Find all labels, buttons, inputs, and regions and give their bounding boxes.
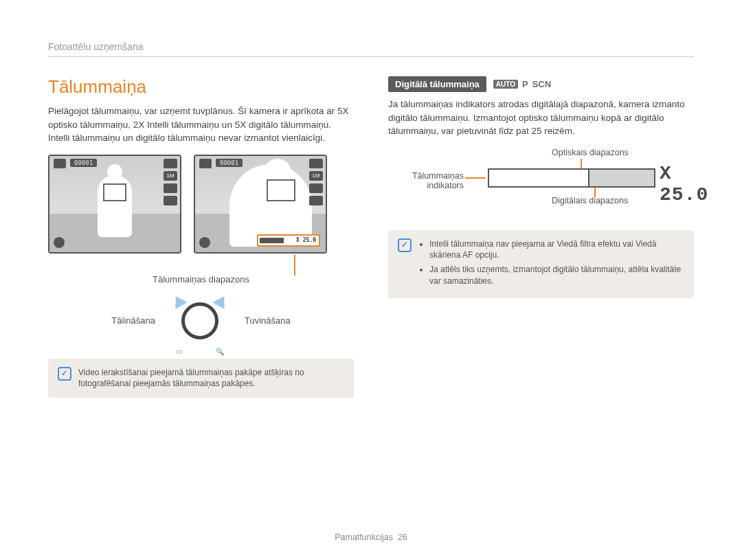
note-item: Intelli tālummaiņa nav pieejama ar Viedā… [429,238,684,262]
note-box-right: ✓ Intelli tālummaiņa nav pieejama ar Vie… [388,230,694,298]
zoom-range-caption: Tālummaiņas diapazons [48,274,354,284]
optical-segment [489,170,589,186]
zoom-bar: X 25.0 [257,234,320,247]
breadcrumb: Fotoattēlu uzņemšana [48,41,694,57]
right-body-text: Ja tālummaiņas indikators atrodas digitā… [388,98,694,138]
zoom-ring-icon: ▭ 🔍 [176,297,224,345]
camera-mode-icon [54,159,66,168]
camera-preview-tele: 00001 1M X 25.0 [194,155,327,254]
zoom-indicator-label: Tālummaiņas indikators [388,171,464,190]
wide-icon: ▭ [176,348,182,355]
note-icon: ✓ [398,238,412,252]
note-item: Ja attēls tiks uzņemts, izmantojot digit… [429,264,684,287]
note-icon: ✓ [58,367,71,381]
callout-leader [465,177,486,179]
stabilization-icon [54,237,65,248]
setting-icon [164,196,177,205]
resolution-icon: 1M [164,171,177,181]
intro-paragraph: Pielāgojot tālummaiņu, var uzņemt tuvplā… [48,104,354,145]
af-box-icon [103,183,126,201]
auto-mode-icon: AUTO [493,80,518,89]
zoom-out-label: Tālināšana [111,315,155,326]
stabilization-icon [199,237,210,248]
note-text: Video ierakstīšanai pieejamā tālummaiņas… [78,367,344,390]
page-title: Tālummaiņa [48,76,354,98]
callout-leader [594,186,596,197]
right-column: Digitālā tālummaiņa AUTO P SCN Ja tālumm… [388,76,694,398]
p-mode-icon: P [522,79,528,89]
battery-icon [164,159,177,168]
zoom-diagram: Optiskais diapazons Tālummaiņas indikato… [388,148,694,216]
left-column: Tālummaiņa Pielāgojot tālummaiņu, var uz… [48,76,354,398]
frame-counter: 00001 [70,159,97,167]
optical-range-label: Optiskais diapazons [552,148,629,157]
footer-section: Pamatfunkcijas [335,533,393,542]
zoom-bar-value: X 25.0 [296,237,316,243]
camera-preview-row: 00001 1M 00001 [48,155,354,254]
battery-icon [309,159,323,168]
resolution-icon: 1M [309,171,323,181]
callout-leader [294,255,295,276]
footer-page-number: 26 [398,533,407,542]
page-footer: Pamatfunkcijas 26 [0,533,742,542]
digital-range-label: Digitālais diapazons [552,196,628,205]
note-box-left: ✓ Video ierakstīšanai pieejamā tālummaiņ… [48,359,354,399]
setting-icon [309,196,323,205]
zoom-ring-row: Tālināšana ▭ 🔍 Tuvināšana [48,297,354,345]
digital-segment [589,170,654,186]
camera-preview-wide: 00001 1M [48,155,181,254]
zoom-range-bar [488,168,655,188]
zoom-in-label: Tuvināšana [245,315,291,326]
frame-counter: 00001 [216,159,243,167]
scn-mode-icon: SCN [532,79,551,89]
zoom-value: X 25.0 [660,163,708,205]
flash-icon [164,183,177,193]
camera-mode-icon [199,159,212,168]
subheading-badge: Digitālā tālummaiņa [388,76,486,92]
flash-icon [309,183,323,193]
af-box-icon [267,179,295,201]
mode-icons: AUTO P SCN [493,79,551,89]
tele-icon: 🔍 [216,348,224,355]
